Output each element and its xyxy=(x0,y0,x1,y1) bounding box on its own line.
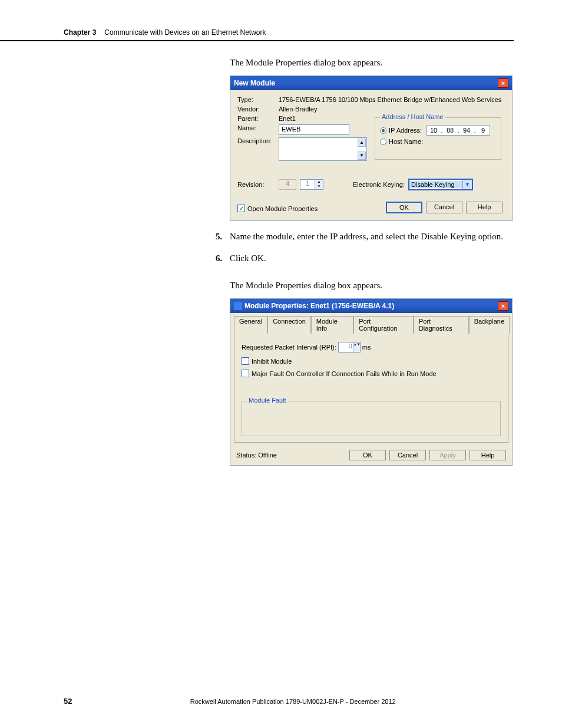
type-value: 1756-EWEB/A 1756 10/100 Mbps Ethernet Br… xyxy=(279,96,501,103)
inhibit-row[interactable]: Inhibit Module xyxy=(242,357,501,365)
rpi-row: Requested Packet Interval (RPI): 0 ▲▼ ms xyxy=(242,342,501,353)
close-icon[interactable]: × xyxy=(498,78,508,88)
page-content: The Module Properties dialog box appears… xyxy=(0,57,562,466)
ip-octet-4[interactable]: 9 xyxy=(477,127,490,134)
close-icon[interactable]: × xyxy=(498,301,508,311)
step-text: Click OK. xyxy=(230,252,514,264)
revision-label: Revision: xyxy=(237,181,279,188)
parent-label: Parent: xyxy=(237,115,279,122)
major-fault-row[interactable]: Major Fault On Controller If Connection … xyxy=(242,370,501,377)
dialog-body: Type: 1756-EWEB/A 1756 10/100 Mbps Ether… xyxy=(230,90,512,220)
ek-value: Disable Keying xyxy=(409,181,462,188)
fault-legend: Module Fault xyxy=(247,397,288,404)
host-label: Host Name: xyxy=(389,138,423,145)
tab-port-config[interactable]: Port Configuration xyxy=(353,316,414,334)
address-host-group: Address / Host Name IP Address: 10. 88. … xyxy=(375,117,501,160)
ok-button[interactable]: OK xyxy=(349,450,386,460)
electronic-keying-select[interactable]: Disable Keying ▼ xyxy=(408,179,473,190)
cancel-button[interactable]: Cancel xyxy=(389,450,426,460)
step-5: 5. Name the module, enter the IP address… xyxy=(216,230,514,242)
status-text: Status: Offline xyxy=(236,452,277,459)
revision-minor-stepper[interactable]: 1 ▲▼ xyxy=(300,179,323,190)
ip-octet-3[interactable]: 94 xyxy=(460,127,473,134)
rpi-unit: ms xyxy=(362,344,371,351)
module-properties-dialog: Module Properties: Enet1 (1756-EWEB/A 4.… xyxy=(230,298,513,466)
rpi-label: Requested Packet Interval (RPI): xyxy=(242,344,336,351)
dialog-title: New Module xyxy=(234,79,275,87)
step-text: Name the module, enter the IP address, a… xyxy=(230,230,514,242)
revision-minor-value: 1 xyxy=(300,180,315,189)
chapter-label: Chapter 3 xyxy=(64,28,96,37)
ip-input[interactable]: 10. 88. 94. 9 xyxy=(427,125,490,136)
titlebar[interactable]: New Module × xyxy=(230,76,512,90)
tab-content: Requested Packet Interval (RPI): 0 ▲▼ ms… xyxy=(234,333,508,443)
description-textarea[interactable]: ▲ ▼ xyxy=(279,137,367,161)
ip-octet-2[interactable]: 88 xyxy=(444,127,457,134)
open-props-label: Open Module Properties xyxy=(247,205,318,212)
module-fault-group: Module Fault xyxy=(242,401,501,436)
tab-backplane[interactable]: Backplane xyxy=(469,316,510,334)
tab-port-diagnostics[interactable]: Port Diagnostics xyxy=(414,316,469,334)
revision-major: 4 xyxy=(279,179,296,190)
name-label: Name: xyxy=(237,124,279,131)
ip-address-radio-row[interactable]: IP Address: 10. 88. 94. 9 xyxy=(380,125,496,136)
scroll-down-icon[interactable]: ▼ xyxy=(358,151,366,160)
step-6: 6. Click OK. xyxy=(216,252,514,264)
inhibit-label: Inhibit Module xyxy=(252,358,292,365)
dialog2-buttons: OK Cancel Apply Help xyxy=(349,450,506,460)
ip-radio[interactable] xyxy=(380,127,386,134)
chevron-down-icon[interactable]: ▼ xyxy=(462,180,472,189)
publication-info: Rockwell Automation Publication 1789-UM0… xyxy=(72,698,514,705)
group-legend: Address / Host Name xyxy=(380,113,445,120)
revision-row: Revision: 4 1 ▲▼ Electronic Keying: Disa… xyxy=(237,179,505,190)
tab-module-info[interactable]: Module Info xyxy=(311,316,353,334)
intro-text-1: The Module Properties dialog box appears… xyxy=(230,57,514,68)
new-module-dialog: New Module × Type: 1756-EWEB/A 1756 10/1… xyxy=(230,75,513,221)
page-number: 52 xyxy=(64,697,72,706)
ek-label: Electronic Keying: xyxy=(353,181,405,188)
spinner-icon[interactable]: ▲▼ xyxy=(315,180,323,189)
chapter-title: Communicate with Devices on an Ethernet … xyxy=(104,28,266,37)
apply-button[interactable]: Apply xyxy=(429,450,466,460)
tab-general[interactable]: General xyxy=(234,316,267,334)
host-radio[interactable] xyxy=(380,139,386,145)
ok-button[interactable]: OK xyxy=(386,202,422,213)
intro-text-2: The Module Properties dialog box appears… xyxy=(230,279,514,291)
spinner-icon[interactable]: ▲▼ xyxy=(353,342,360,352)
major-fault-checkbox[interactable] xyxy=(242,370,249,377)
tab-connection[interactable]: Connection xyxy=(267,316,311,334)
parent-value: Enet1 xyxy=(279,115,296,122)
help-button[interactable]: Help xyxy=(470,450,506,460)
inhibit-checkbox[interactable] xyxy=(242,357,249,365)
host-name-radio-row[interactable]: Host Name: xyxy=(380,138,496,145)
step-number: 5. xyxy=(216,230,230,242)
tab-strip: General Connection Module Info Port Conf… xyxy=(230,313,512,333)
cancel-button[interactable]: Cancel xyxy=(426,202,462,213)
type-label: Type: xyxy=(237,96,279,103)
page-header: Chapter 3 Communicate with Devices on an… xyxy=(0,0,514,41)
ip-label: IP Address: xyxy=(389,127,422,134)
rpi-value: 0 xyxy=(339,342,353,352)
rpi-stepper[interactable]: 0 ▲▼ xyxy=(338,342,361,353)
help-button[interactable]: Help xyxy=(466,202,503,213)
major-fault-label: Major Fault On Controller If Connection … xyxy=(252,370,437,377)
scroll-up-icon[interactable]: ▲ xyxy=(358,139,366,147)
page-footer: 52 Rockwell Automation Publication 1789-… xyxy=(0,697,562,706)
vendor-value: Allen-Bradley xyxy=(279,106,317,113)
titlebar[interactable]: Module Properties: Enet1 (1756-EWEB/A 4.… xyxy=(230,299,512,313)
app-icon xyxy=(234,302,242,310)
open-props-checkbox[interactable] xyxy=(237,205,245,212)
description-label: Description: xyxy=(237,137,279,144)
step-number: 6. xyxy=(216,252,230,264)
name-input[interactable]: EWEB xyxy=(279,124,349,135)
dialog-body: General Connection Module Info Port Conf… xyxy=(230,313,512,465)
status-row: Status: Offline OK Cancel Apply Help xyxy=(230,447,512,465)
vendor-label: Vendor: xyxy=(237,106,279,113)
dialog-title: Module Properties: Enet1 (1756-EWEB/A 4.… xyxy=(244,302,394,310)
ip-octet-1[interactable]: 10 xyxy=(427,127,440,134)
